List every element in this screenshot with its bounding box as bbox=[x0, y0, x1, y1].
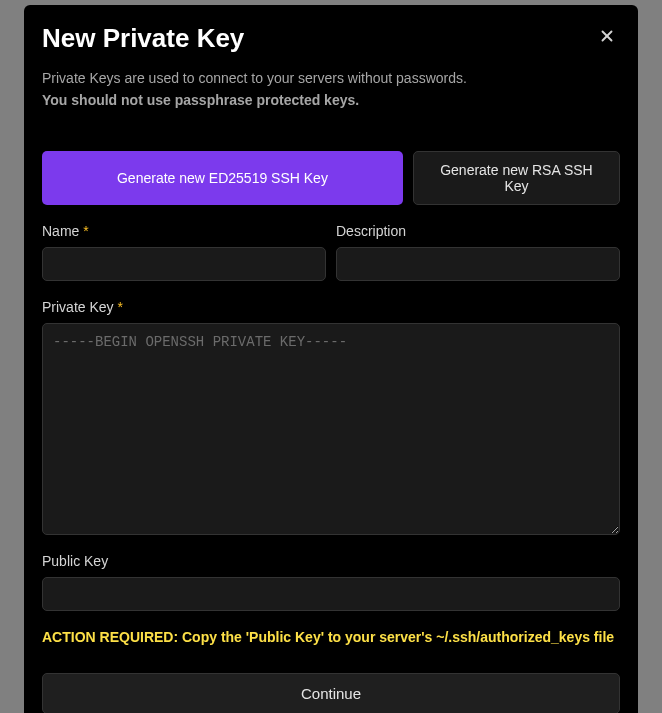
intro-text-line2: You should not use passphrase protected … bbox=[42, 90, 620, 111]
private-key-field-group: Private Key * bbox=[42, 299, 620, 535]
description-field-group: Description bbox=[336, 223, 620, 281]
name-label: Name * bbox=[42, 223, 326, 239]
required-star-icon: * bbox=[117, 299, 122, 315]
continue-button[interactable]: Continue bbox=[42, 673, 620, 713]
private-key-label: Private Key * bbox=[42, 299, 620, 315]
name-description-row: Name * Description bbox=[42, 223, 620, 281]
public-key-input[interactable] bbox=[42, 577, 620, 611]
public-key-label: Public Key bbox=[42, 553, 620, 569]
new-private-key-modal: New Private Key Private Keys are used to… bbox=[24, 5, 638, 713]
public-key-field-group: Public Key bbox=[42, 553, 620, 611]
action-required-text: ACTION REQUIRED: Copy the 'Public Key' t… bbox=[42, 629, 620, 645]
description-label: Description bbox=[336, 223, 620, 239]
name-label-text: Name bbox=[42, 223, 79, 239]
private-key-label-text: Private Key bbox=[42, 299, 114, 315]
required-star-icon: * bbox=[83, 223, 88, 239]
description-input[interactable] bbox=[336, 247, 620, 281]
modal-header: New Private Key bbox=[42, 23, 620, 54]
name-input[interactable] bbox=[42, 247, 326, 281]
modal-title: New Private Key bbox=[42, 23, 244, 54]
close-button[interactable] bbox=[594, 23, 620, 49]
generate-rsa-button[interactable]: Generate new RSA SSH Key bbox=[413, 151, 620, 205]
generate-ed25519-button[interactable]: Generate new ED25519 SSH Key bbox=[42, 151, 403, 205]
name-field-group: Name * bbox=[42, 223, 326, 281]
intro-text-line1: Private Keys are used to connect to your… bbox=[42, 68, 620, 89]
generate-button-row: Generate new ED25519 SSH Key Generate ne… bbox=[42, 151, 620, 205]
private-key-textarea[interactable] bbox=[42, 323, 620, 535]
close-icon bbox=[598, 27, 616, 45]
